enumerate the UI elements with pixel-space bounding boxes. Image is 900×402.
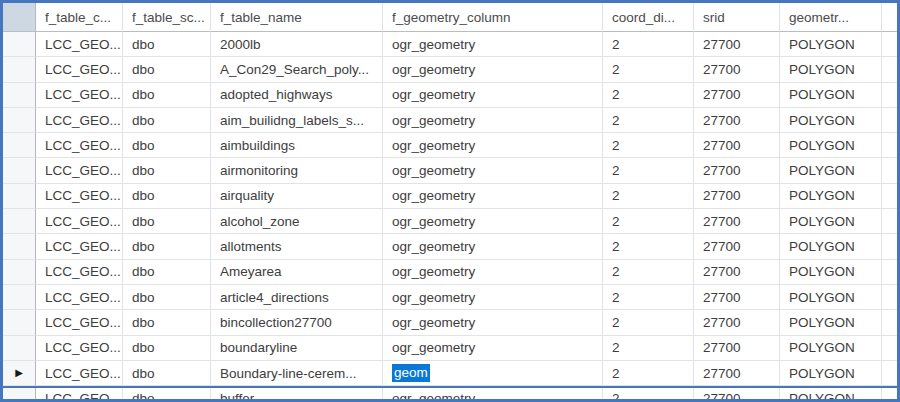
cell-coord_di[interactable]: 2	[603, 158, 694, 183]
row-header[interactable]	[3, 133, 36, 158]
row-header[interactable]	[3, 336, 36, 361]
cell-geometr[interactable]: POLYGON	[780, 386, 882, 402]
cell-geometr[interactable]: POLYGON	[780, 361, 882, 386]
cell-coord_di[interactable]: 2	[603, 184, 694, 209]
cell-f_geometry_column[interactable]: ogr_geometry	[383, 386, 603, 402]
cell-f_table_name[interactable]: article4_directions	[211, 285, 383, 310]
cell-f_table_name[interactable]: aimbuildings	[211, 133, 383, 158]
cell-f_table_c[interactable]: LCC_GEO...	[36, 386, 123, 402]
cell-f_table_name[interactable]: allotments	[211, 234, 383, 259]
cell-f_geometry_column[interactable]: ogr_geometry	[383, 133, 603, 158]
cell-geometr[interactable]: POLYGON	[780, 57, 882, 82]
cell-f_table_name[interactable]: A_Con29_Search_poly...	[211, 57, 383, 82]
cell-f_table_name[interactable]: buffer	[211, 386, 383, 402]
cell-f_table_c[interactable]: LCC_GEO...	[36, 209, 123, 234]
cell-f_geometry_column[interactable]: ogr_geometry	[383, 57, 603, 82]
row-header[interactable]	[3, 260, 36, 285]
column-header-f_table_sc[interactable]: f_table_sc...	[123, 3, 211, 32]
cell-f_table_sc[interactable]: dbo	[123, 234, 211, 259]
cell-geometr[interactable]: POLYGON	[780, 310, 882, 335]
row-header[interactable]	[3, 83, 36, 108]
cell-geometr[interactable]: POLYGON	[780, 209, 882, 234]
cell-f_geometry_column[interactable]: ogr_geometry	[383, 209, 603, 234]
cell-f_geometry_column[interactable]: ogr_geometry	[383, 108, 603, 133]
cell-geometr[interactable]: POLYGON	[780, 108, 882, 133]
row-header[interactable]	[3, 158, 36, 183]
row-header[interactable]	[3, 108, 36, 133]
column-header-f_table_c[interactable]: f_table_c...	[36, 3, 123, 32]
cell-f_table_c[interactable]: LCC_GEO...	[36, 336, 123, 361]
cell-f_table_c[interactable]: LCC_GEO...	[36, 158, 123, 183]
column-header-f_table_name[interactable]: f_table_name	[211, 3, 383, 32]
cell-coord_di[interactable]: 2	[603, 209, 694, 234]
cell-srid[interactable]: 27700	[694, 310, 780, 335]
selected-cell-value[interactable]: geom	[392, 364, 430, 382]
cell-f_table_name[interactable]: aim_builidng_labels_s...	[211, 108, 383, 133]
cell-geometr[interactable]: POLYGON	[780, 260, 882, 285]
cell-srid[interactable]: 27700	[694, 158, 780, 183]
cell-coord_di[interactable]: 2	[603, 234, 694, 259]
cell-f_table_c[interactable]: LCC_GEO...	[36, 32, 123, 57]
cell-srid[interactable]: 27700	[694, 209, 780, 234]
cell-geometr[interactable]: POLYGON	[780, 32, 882, 57]
cell-f_table_name[interactable]: Ameyarea	[211, 260, 383, 285]
cell-srid[interactable]: 27700	[694, 336, 780, 361]
row-header[interactable]	[3, 209, 36, 234]
cell-f_geometry_column[interactable]: ogr_geometry	[383, 336, 603, 361]
cell-f_table_c[interactable]: LCC_GEO...	[36, 310, 123, 335]
cell-f_geometry_column[interactable]: ogr_geometry	[383, 32, 603, 57]
column-header-f_geometry_column[interactable]: f_geometry_column	[383, 3, 603, 32]
cell-f_table_name[interactable]: bincollection27700	[211, 310, 383, 335]
cell-coord_di[interactable]: 2	[603, 361, 694, 386]
cell-f_geometry_column[interactable]: ogr_geometry	[383, 310, 603, 335]
cell-srid[interactable]: 27700	[694, 57, 780, 82]
column-header-srid[interactable]: srid	[694, 3, 780, 32]
cell-geometr[interactable]: POLYGON	[780, 158, 882, 183]
cell-f_table_sc[interactable]: dbo	[123, 260, 211, 285]
cell-srid[interactable]: 27700	[694, 260, 780, 285]
cell-f_table_c[interactable]: LCC_GEO...	[36, 361, 123, 386]
cell-geometr[interactable]: POLYGON	[780, 133, 882, 158]
cell-f_geometry_column[interactable]: geom	[383, 361, 603, 386]
cell-srid[interactable]: 27700	[694, 133, 780, 158]
cell-coord_di[interactable]: 2	[603, 108, 694, 133]
cell-coord_di[interactable]: 2	[603, 336, 694, 361]
cell-coord_di[interactable]: 2	[603, 260, 694, 285]
cell-srid[interactable]: 27700	[694, 108, 780, 133]
cell-f_geometry_column[interactable]: ogr_geometry	[383, 184, 603, 209]
cell-geometr[interactable]: POLYGON	[780, 336, 882, 361]
cell-f_table_sc[interactable]: dbo	[123, 361, 211, 386]
cell-f_table_c[interactable]: LCC_GEO...	[36, 133, 123, 158]
cell-coord_di[interactable]: 2	[603, 386, 694, 402]
cell-f_table_c[interactable]: LCC_GEO...	[36, 57, 123, 82]
row-header[interactable]	[3, 386, 36, 402]
cell-coord_di[interactable]: 2	[603, 32, 694, 57]
cell-srid[interactable]: 27700	[694, 184, 780, 209]
cell-geometr[interactable]: POLYGON	[780, 83, 882, 108]
cell-f_table_sc[interactable]: dbo	[123, 184, 211, 209]
row-header[interactable]	[3, 57, 36, 82]
cell-f_table_name[interactable]: 2000lb	[211, 32, 383, 57]
cell-f_table_name[interactable]: Boundary-line-cerem...	[211, 361, 383, 386]
cell-srid[interactable]: 27700	[694, 386, 780, 402]
cell-f_table_c[interactable]: LCC_GEO...	[36, 83, 123, 108]
select-all-corner[interactable]	[3, 3, 36, 32]
column-header-geometr[interactable]: geometr...	[780, 3, 882, 32]
cell-geometr[interactable]: POLYGON	[780, 285, 882, 310]
cell-f_table_sc[interactable]: dbo	[123, 32, 211, 57]
row-header[interactable]: ▶	[3, 361, 36, 386]
cell-srid[interactable]: 27700	[694, 285, 780, 310]
cell-srid[interactable]: 27700	[694, 32, 780, 57]
cell-f_table_name[interactable]: alcohol_zone	[211, 209, 383, 234]
cell-f_table_name[interactable]: airquality	[211, 184, 383, 209]
cell-coord_di[interactable]: 2	[603, 133, 694, 158]
cell-f_table_c[interactable]: LCC_GEO...	[36, 184, 123, 209]
cell-geometr[interactable]: POLYGON	[780, 184, 882, 209]
column-header-coord_di[interactable]: coord_di...	[603, 3, 694, 32]
row-header[interactable]	[3, 234, 36, 259]
cell-f_table_sc[interactable]: dbo	[123, 310, 211, 335]
cell-f_table_sc[interactable]: dbo	[123, 133, 211, 158]
cell-srid[interactable]: 27700	[694, 234, 780, 259]
cell-coord_di[interactable]: 2	[603, 83, 694, 108]
cell-f_table_sc[interactable]: dbo	[123, 209, 211, 234]
